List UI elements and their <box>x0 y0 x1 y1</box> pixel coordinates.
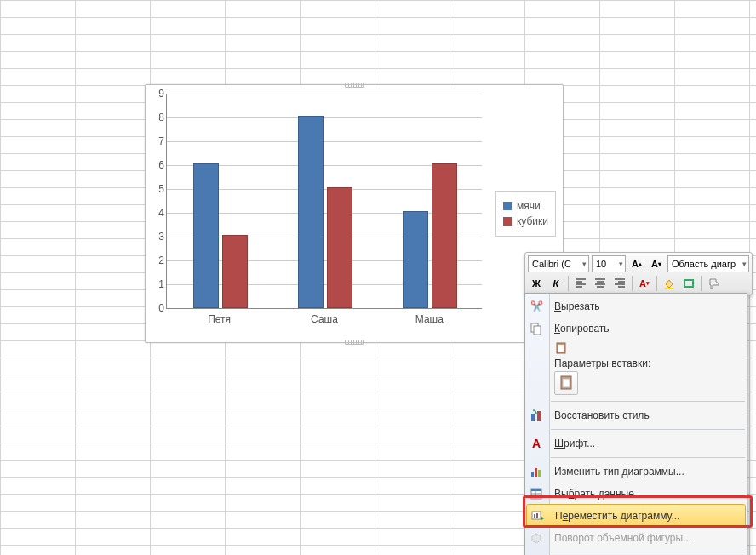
y-axis-tick: 1 <box>150 278 164 290</box>
menu-copy[interactable]: Копировать <box>525 318 747 340</box>
menu-font[interactable]: А Шрифт... <box>525 432 747 455</box>
svg-rect-8 <box>531 414 536 421</box>
menu-select-data[interactable]: Выбрать данные... <box>525 483 747 505</box>
chart-element-select[interactable]: Область диагр <box>667 255 749 272</box>
menu-reset-style[interactable]: Восстановить стиль <box>525 404 747 426</box>
bar[interactable] <box>298 116 324 308</box>
menu-label: Параметры вставки: <box>554 358 747 371</box>
y-axis-tick: 7 <box>150 135 164 147</box>
svg-rect-9 <box>537 411 541 421</box>
y-axis-tick: 8 <box>150 112 164 123</box>
rotate-3d-icon <box>529 530 544 546</box>
y-axis-tick: 9 <box>150 88 164 100</box>
y-axis-tick: 6 <box>150 159 164 171</box>
svg-rect-0 <box>665 288 673 289</box>
legend-label: мячи <box>517 200 541 212</box>
scissors-icon: ✂️ <box>529 299 544 314</box>
y-axis-tick: 4 <box>150 207 164 219</box>
font-size-select[interactable]: 10 <box>592 255 626 272</box>
svg-rect-14 <box>531 489 541 491</box>
menu-label: Восстановить стиль <box>554 409 650 421</box>
legend-swatch-icon <box>503 202 512 210</box>
reset-style-icon <box>529 408 544 423</box>
context-menu: ✂️ Вырезать document.currentScript.previ… <box>524 293 747 555</box>
x-axis-label: Петя <box>169 313 271 325</box>
y-axis-tick: 0 <box>150 302 164 314</box>
mini-toolbar: Calibri (С 10 A▴ A▾ Область диагр Ж К A▾ <box>524 252 753 295</box>
align-left-button[interactable] <box>572 275 589 292</box>
shrink-font-button[interactable]: A▾ <box>648 255 665 272</box>
menu-label: Переместить диаграмму... <box>555 510 679 522</box>
x-axis-label: Саша <box>273 313 375 325</box>
menu-move-chart[interactable]: Переместить диаграмму... <box>526 504 746 528</box>
menu-label: Поворот объемной фигуры... <box>554 532 691 544</box>
legend-item[interactable]: мячи <box>503 200 548 212</box>
fill-color-button[interactable] <box>661 275 678 292</box>
chart-object[interactable]: 0123456789ПетяСашаМаша мячи кубики <box>145 84 564 343</box>
format-painter-button[interactable] <box>705 275 722 292</box>
menu-change-chart-type[interactable]: Изменить тип диаграммы... <box>525 461 747 483</box>
menu-3d-rotation: Поворот объемной фигуры... <box>525 527 747 549</box>
grow-font-button[interactable]: A▴ <box>628 255 645 272</box>
align-right-button[interactable] <box>611 275 628 292</box>
svg-rect-17 <box>536 513 538 518</box>
legend-label: кубики <box>517 215 548 227</box>
font-color-button[interactable]: A▾ <box>636 275 653 292</box>
font-icon: А <box>529 436 544 451</box>
paste-option-button[interactable] <box>554 371 578 395</box>
menu-label: Изменить тип диаграммы... <box>554 466 684 478</box>
menu-label: Копировать <box>554 323 610 335</box>
svg-rect-10 <box>531 472 534 477</box>
bar[interactable] <box>222 235 248 308</box>
gridline <box>167 94 482 94</box>
select-data-icon <box>529 486 544 501</box>
gridline <box>167 141 482 142</box>
gridline <box>167 117 482 118</box>
outline-button[interactable] <box>680 275 697 292</box>
bar[interactable] <box>432 163 457 308</box>
bar[interactable] <box>193 163 219 308</box>
bar[interactable] <box>403 211 428 308</box>
clipboard-icon <box>554 346 568 358</box>
move-chart-icon <box>530 508 546 524</box>
svg-rect-5 <box>558 345 564 352</box>
svg-rect-7 <box>563 379 570 387</box>
menu-cut[interactable]: ✂️ Вырезать document.currentScript.previ… <box>525 295 747 318</box>
x-axis-label: Маша <box>378 313 480 325</box>
y-axis-tick: 5 <box>150 183 164 195</box>
menu-label: Выбрать данные... <box>554 488 643 500</box>
svg-rect-16 <box>534 514 536 518</box>
chart-type-icon <box>529 464 544 479</box>
copy-icon <box>529 321 544 336</box>
chart-legend[interactable]: мячи кубики <box>495 191 556 237</box>
y-axis-tick: 2 <box>150 255 164 266</box>
align-center-button[interactable] <box>592 275 609 292</box>
bar[interactable] <box>327 187 352 308</box>
italic-button[interactable]: К <box>547 275 564 292</box>
legend-swatch-icon <box>503 217 512 226</box>
menu-paste-options: Параметры вставки: <box>525 340 747 398</box>
y-axis-tick: 3 <box>150 231 164 243</box>
svg-rect-11 <box>535 468 537 477</box>
menu-label: Шрифт... <box>554 438 595 449</box>
svg-rect-12 <box>538 470 541 477</box>
svg-rect-3 <box>534 326 541 335</box>
chart-plot-area[interactable]: 0123456789ПетяСашаМаша <box>166 94 482 309</box>
legend-item[interactable]: кубики <box>503 215 548 227</box>
bold-button[interactable]: Ж <box>528 275 545 292</box>
svg-rect-1 <box>684 280 693 287</box>
font-name-select[interactable]: Calibri (С <box>528 255 589 272</box>
